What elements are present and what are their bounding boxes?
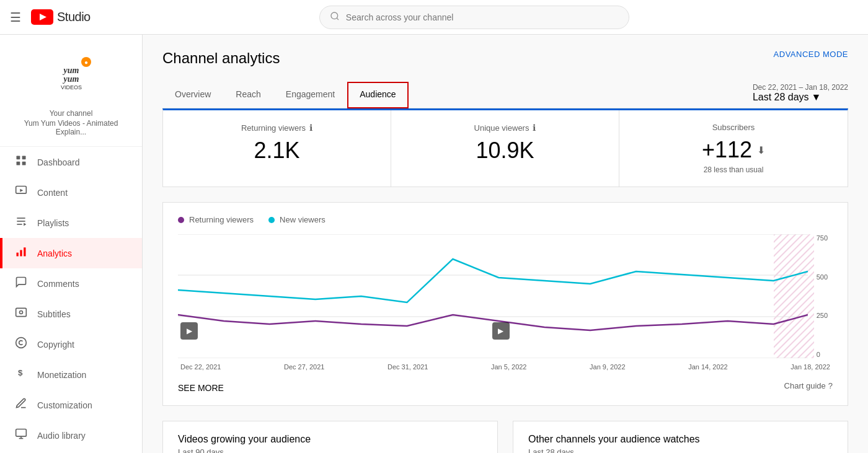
see-more-button[interactable]: SEE MORE bbox=[178, 383, 224, 393]
tab-overview[interactable]: Overview bbox=[162, 82, 223, 108]
search-container bbox=[91, 6, 858, 29]
studio-text: Studio bbox=[57, 10, 91, 24]
analytics-icon bbox=[15, 245, 27, 261]
metric-unique-label: Unique viewers ℹ bbox=[406, 123, 604, 133]
sidebar-item-monetization[interactable]: $ Monetization bbox=[0, 359, 142, 390]
svg-text:yum: yum bbox=[62, 74, 79, 84]
sidebar-label-customization: Customization bbox=[37, 400, 92, 410]
date-range: Dec 22, 2021 – Jan 18, 2022 Last 28 days… bbox=[753, 83, 848, 108]
play-button-1[interactable]: ▶ bbox=[180, 322, 198, 340]
nav-list: Dashboard Content Playlists Analytics Co… bbox=[0, 147, 142, 451]
advanced-mode-button[interactable]: ADVANCED MODE bbox=[774, 50, 848, 59]
sidebar-label-monetization: Monetization bbox=[37, 370, 86, 380]
sidebar-item-audio_library[interactable]: Audio library bbox=[0, 420, 142, 451]
sidebar-label-dashboard: Dashboard bbox=[37, 157, 80, 167]
metric-returning-label: Returning viewers ℹ bbox=[178, 123, 376, 133]
y-label-500: 500 bbox=[817, 273, 828, 281]
sidebar-label-playlists: Playlists bbox=[37, 218, 69, 228]
subscribers-sub: 28 less than usual bbox=[634, 165, 833, 174]
svg-rect-13 bbox=[22, 162, 26, 165]
other-channels-card: Other channels your audience watches Las… bbox=[513, 421, 848, 453]
svg-text:yum: yum bbox=[62, 66, 79, 75]
copyright-icon bbox=[15, 336, 27, 352]
date-5: Jan 9, 2022 bbox=[590, 363, 626, 371]
channel-label: Your channel bbox=[10, 109, 132, 118]
sidebar-label-analytics: Analytics bbox=[37, 248, 72, 258]
channel-info: yum yum VIDEOS ● Your channel Yum Yum Vi… bbox=[0, 40, 142, 147]
play-icon-2: ▶ bbox=[498, 327, 503, 335]
chart-section: Returning viewers New viewers 750 500 25… bbox=[162, 202, 848, 406]
svg-rect-11 bbox=[22, 156, 26, 160]
metric-subscribers-label: Subscribers bbox=[634, 123, 833, 132]
date-range-text: Dec 22, 2021 – Jan 18, 2022 bbox=[753, 83, 848, 92]
sidebar-item-customization[interactable]: Customization bbox=[0, 390, 142, 420]
dashboard-icon bbox=[15, 154, 27, 170]
svg-rect-10 bbox=[17, 156, 20, 160]
svg-rect-23 bbox=[16, 308, 27, 316]
page-header: Channel analytics ADVANCED MODE bbox=[162, 50, 848, 67]
play-button-2[interactable]: ▶ bbox=[492, 322, 510, 340]
date-7: Jan 18, 2022 bbox=[790, 363, 830, 371]
date-1: Dec 22, 2021 bbox=[180, 363, 221, 371]
sidebar-item-content[interactable]: Content bbox=[0, 177, 142, 208]
date-3: Dec 31, 2021 bbox=[388, 363, 428, 371]
legend-returning: Returning viewers bbox=[178, 215, 254, 224]
legend-label-returning: Returning viewers bbox=[189, 215, 254, 224]
menu-icon[interactable]: ☰ bbox=[10, 10, 21, 25]
legend-new: New viewers bbox=[268, 215, 326, 224]
logo: Studio bbox=[31, 9, 91, 25]
content-icon bbox=[15, 185, 27, 200]
svg-marker-19 bbox=[24, 223, 26, 226]
metric-subscribers: Subscribers +112 ⬇ 28 less than usual bbox=[619, 110, 848, 187]
videos-growing-card: Videos growing your audience Last 90 day… bbox=[162, 421, 498, 453]
sidebar-item-subtitles[interactable]: Subtitles bbox=[0, 299, 142, 329]
chart-guide-button[interactable]: Chart guide ? bbox=[784, 381, 833, 390]
tab-reach[interactable]: Reach bbox=[223, 82, 273, 108]
chart-legend: Returning viewers New viewers bbox=[178, 215, 833, 224]
svg-text:VIDEOS: VIDEOS bbox=[60, 84, 81, 90]
other-channels-title: Other channels your audience watches bbox=[528, 434, 833, 445]
svg-rect-22 bbox=[24, 247, 25, 256]
sidebar-item-dashboard[interactable]: Dashboard bbox=[0, 147, 142, 177]
date-dropdown-icon: ▼ bbox=[812, 92, 822, 103]
sidebar-label-comments: Comments bbox=[37, 279, 79, 289]
search-box bbox=[319, 6, 629, 29]
legend-label-new: New viewers bbox=[280, 215, 326, 224]
search-input[interactable] bbox=[346, 12, 619, 22]
sidebar-label-subtitles: Subtitles bbox=[37, 309, 71, 319]
chart-dates: Dec 22, 2021 Dec 27, 2021 Dec 31, 2021 J… bbox=[178, 363, 833, 371]
metric-returning-value: 2.1K bbox=[178, 138, 376, 164]
sidebar-item-copyright[interactable]: Copyright bbox=[0, 329, 142, 359]
sidebar-item-playlists[interactable]: Playlists bbox=[0, 208, 142, 238]
sidebar-label-content: Content bbox=[37, 188, 68, 198]
svg-rect-27 bbox=[16, 429, 27, 437]
sidebar-item-comments[interactable]: Comments bbox=[0, 268, 142, 299]
info-icon: ℹ bbox=[309, 123, 312, 133]
chart-container: 750 500 250 0 bbox=[178, 234, 833, 358]
channel-sub: Yum Yum Videos - Animated Explain... bbox=[10, 119, 132, 136]
metric-subscribers-value: +112 ⬇ bbox=[634, 137, 833, 163]
sidebar-label-audio_library: Audio library bbox=[37, 431, 86, 441]
videos-growing-sub: Last 90 days bbox=[178, 447, 482, 453]
subtitles-icon bbox=[15, 306, 27, 322]
tab-engagement[interactable]: Engagement bbox=[273, 82, 347, 108]
date-period-label: Last 28 days bbox=[753, 92, 809, 103]
content-area: Channel analytics ADVANCED MODE Overview… bbox=[143, 35, 868, 453]
channel-logo: yum yum VIDEOS ● bbox=[44, 50, 99, 104]
main-content: Channel analytics ADVANCED MODE Overview… bbox=[143, 35, 868, 453]
monetization-icon: $ bbox=[15, 367, 27, 382]
comments-icon bbox=[15, 276, 27, 291]
search-icon bbox=[330, 11, 340, 24]
question-icon: ? bbox=[828, 381, 833, 390]
svg-marker-15 bbox=[20, 189, 23, 192]
sidebar-item-analytics[interactable]: Analytics bbox=[0, 238, 142, 268]
legend-dot-new bbox=[268, 217, 275, 223]
videos-growing-title: Videos growing your audience bbox=[178, 434, 482, 445]
date-period-selector[interactable]: Last 28 days ▼ bbox=[753, 92, 848, 103]
tab-audience[interactable]: Audience bbox=[347, 82, 408, 108]
tabs: Overview Reach Engagement Audience bbox=[162, 82, 409, 108]
metrics-row: Returning viewers ℹ 2.1K Unique viewers … bbox=[162, 108, 848, 187]
subscribers-arrow: ⬇ bbox=[757, 144, 765, 156]
date-4: Jan 5, 2022 bbox=[491, 363, 527, 371]
channel-logo-svg: yum yum VIDEOS ● bbox=[44, 50, 99, 104]
